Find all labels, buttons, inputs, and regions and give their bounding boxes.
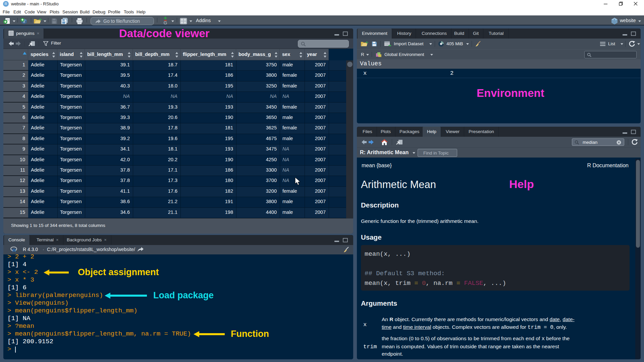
svg-text:R: R [613, 18, 615, 21]
svg-text:G: G [164, 20, 167, 25]
svg-text:R: R [12, 247, 16, 253]
